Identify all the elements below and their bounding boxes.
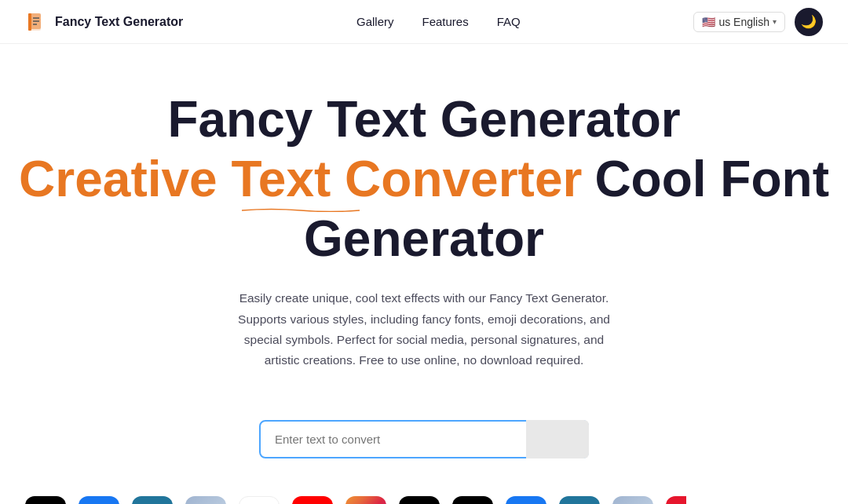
logo-icon [25,10,49,34]
hero-title-line3: Generator [16,209,832,269]
hero-title-line1: Fancy Text Generator [16,91,832,149]
svg-rect-2 [28,13,31,31]
hero-dark-text: Cool Font [594,149,829,210]
nav-faq[interactable]: FAQ [497,15,521,29]
chevron-down-icon: ▾ [773,17,777,26]
social-icon-x-twitter-2[interactable] [452,496,493,504]
lang-label: us English [718,16,769,28]
hero-description: Easily create unique, cool text effects … [236,288,612,371]
input-right-decoration [526,420,589,458]
dark-mode-toggle[interactable]: 🌙 [795,8,823,36]
brand-logo[interactable]: Fancy Text Generator [25,10,183,34]
social-icon-facebook[interactable] [79,496,119,504]
social-icons-row [0,474,848,504]
social-icon-crystal-2[interactable] [612,496,653,504]
flag-icon: 🇺🇸 [702,16,715,28]
social-icon-crystal[interactable] [185,496,226,504]
social-icon-partial[interactable] [666,496,686,504]
navbar: Fancy Text Generator Gallery Features FA… [0,0,848,44]
input-wrapper [259,420,589,458]
moon-icon: 🌙 [801,14,817,29]
nav-features[interactable]: Features [422,15,469,29]
input-section [0,395,848,474]
social-icon-facebook-2[interactable] [506,496,546,504]
social-icon-x-twitter[interactable] [25,496,66,504]
hero-orange-text: Creative Text Converter [19,149,582,210]
brand-name: Fancy Text Generator [55,15,183,29]
social-icon-instagram[interactable] [345,496,386,504]
language-selector[interactable]: 🇺🇸 us English ▾ [693,12,785,32]
social-icon-weibo[interactable] [239,496,280,504]
social-icon-wordpress[interactable] [132,496,173,504]
nav-right: 🇺🇸 us English ▾ 🌙 [693,8,823,36]
social-icon-youtube[interactable] [292,496,333,504]
hero-section: Fancy Text Generator Creative Text Conve… [0,44,848,395]
nav-menu: Gallery Features FAQ [356,15,521,29]
social-icon-wordpress-2[interactable] [559,496,600,504]
nav-gallery[interactable]: Gallery [356,15,394,29]
hero-title-line2: Creative Text Converter Cool Font [16,149,832,210]
social-icon-tiktok[interactable] [399,496,440,504]
